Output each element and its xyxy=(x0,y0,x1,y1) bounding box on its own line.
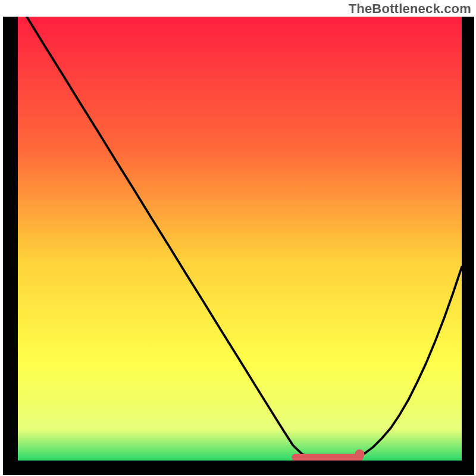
curve-line xyxy=(27,17,462,461)
chart-container: TheBottleneck.com xyxy=(0,0,476,476)
plot-area xyxy=(18,17,462,461)
attribution-text: TheBottleneck.com xyxy=(349,1,471,17)
plot-frame xyxy=(3,17,474,475)
bottleneck-curve xyxy=(18,17,462,461)
end-marker-dot xyxy=(355,449,364,459)
